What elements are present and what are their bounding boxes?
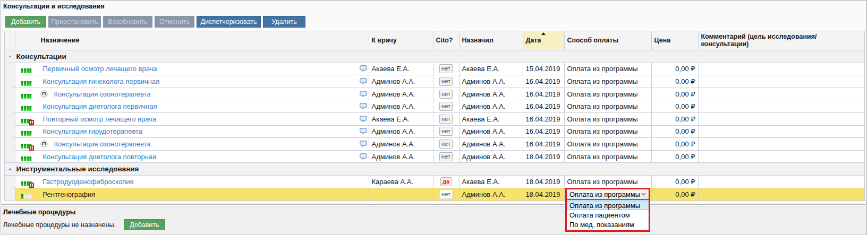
doctor-cell: Админов А.А. bbox=[369, 138, 433, 151]
payment-select[interactable]: Оплата из программы bbox=[567, 189, 649, 199]
payment-cell: Оплата из программы bbox=[564, 138, 651, 151]
group-row-1[interactable]: Консультации bbox=[4, 50, 864, 63]
payment-cell: Оплата из программы bbox=[564, 112, 651, 125]
date-cell: 18.04.2019 bbox=[523, 175, 564, 188]
appointment-name-link[interactable]: Повторный осмотр лечащего врача bbox=[43, 115, 157, 123]
price-cell: 0,00 ₽ bbox=[651, 125, 698, 138]
group-label: Инструментальные исследования bbox=[16, 165, 139, 173]
appointments-table: НазначениеК врачуCito?НазначилДатаСпособ… bbox=[4, 31, 865, 202]
appointment-row[interactable]: Консультация диетолога первичная Админов… bbox=[4, 100, 864, 113]
add-procedure-button[interactable]: Добавить bbox=[124, 219, 165, 230]
cito-badge: нет bbox=[439, 77, 453, 86]
payment-option-2[interactable]: Оплата пациентом bbox=[567, 210, 649, 220]
toolbar-button-3: Возобновить bbox=[103, 16, 152, 28]
comment-bubble[interactable] bbox=[360, 65, 367, 72]
payment-cell: Оплата из программы bbox=[564, 100, 651, 113]
column-header-2 bbox=[15, 31, 38, 50]
comment-cell bbox=[698, 63, 864, 75]
toolbar-button-5[interactable]: Диспетчеризовать bbox=[197, 16, 261, 28]
price-cell: 0,00 ₽ bbox=[651, 112, 698, 125]
toolbar: ДобавитьПриостановитьВозобновитьОтменить… bbox=[5, 16, 305, 28]
date-cell: 18.04.2019 bbox=[523, 150, 564, 163]
column-header-9[interactable]: Цена bbox=[651, 31, 698, 50]
comment-bubble-icon bbox=[360, 128, 367, 135]
comment-cell bbox=[698, 112, 864, 125]
status-bars-icon bbox=[21, 131, 32, 136]
appointment-row[interactable]: Первичный осмотр лечащего врача Акаева Е… bbox=[4, 63, 864, 75]
chevron-down-icon bbox=[641, 193, 646, 196]
appointment-row[interactable]: ГастродуоденофиброскопияКараева А.А.даАк… bbox=[4, 175, 864, 188]
payment-options-list: Оплата из программыОплата пациентомПо ме… bbox=[567, 202, 649, 230]
comment-cell bbox=[698, 188, 864, 201]
procedures-empty-text: Лечебные процедуры не назначены. bbox=[3, 221, 116, 229]
price-cell: 0,00 ₽ bbox=[651, 75, 698, 88]
toolbar-button-2: Приостановить bbox=[48, 16, 101, 28]
assigned-by-cell: Админов А.А. bbox=[459, 188, 523, 201]
comment-bubble[interactable] bbox=[360, 103, 367, 110]
appointment-row[interactable]: Консультация озонотерапевта Админов А.А.… bbox=[4, 88, 864, 100]
column-header-1 bbox=[4, 31, 15, 50]
toolbar-button-6[interactable]: Удалить bbox=[263, 16, 305, 28]
consultations-panel: Консультации и исследования ДобавитьПрио… bbox=[1, 0, 867, 205]
comment-bubble[interactable] bbox=[360, 91, 367, 98]
comment-bubble[interactable] bbox=[360, 128, 367, 135]
cito-badge: нет bbox=[439, 190, 453, 199]
column-header-4[interactable]: К врачу bbox=[369, 31, 433, 50]
comment-bubble[interactable] bbox=[360, 78, 367, 85]
appointment-row[interactable]: Консультация диетолога повторная Админов… bbox=[4, 150, 864, 163]
toolbar-button-1[interactable]: Добавить bbox=[5, 16, 46, 28]
appointment-row[interactable]: Консультация гинеколога первичная Админо… bbox=[4, 75, 864, 88]
comment-cell bbox=[698, 100, 864, 113]
column-header-6[interactable]: Назначил bbox=[459, 31, 523, 50]
appointment-name-link[interactable]: Консультация диетолога повторная bbox=[43, 153, 157, 161]
assigned-by-cell: Админов А.А. bbox=[459, 150, 523, 163]
date-cell: 16.04.2019 bbox=[523, 112, 564, 125]
column-header-5[interactable]: Cito? bbox=[433, 31, 459, 50]
appointment-name-link[interactable]: Гастродуоденофиброскопия bbox=[43, 178, 134, 186]
column-header-8[interactable]: Способ оплаты bbox=[564, 31, 651, 50]
toolbar-button-4: Отменить bbox=[155, 16, 194, 28]
appointment-name-link[interactable]: Консультация озонотерапевта bbox=[54, 90, 151, 98]
appointment-name-link[interactable]: Консультация гинеколога первичная bbox=[43, 77, 160, 85]
price-cell: 0,00 ₽ bbox=[651, 88, 698, 100]
assigned-by-cell: Админов А.А. bbox=[459, 75, 523, 88]
appointment-name-link[interactable]: Консультация гирудотерапевта bbox=[43, 127, 143, 135]
appointment-name-link[interactable]: Консультация озонотерапевта bbox=[54, 140, 151, 148]
assigned-by-cell: Акаева Е.А. bbox=[459, 112, 523, 125]
status-bars-icon bbox=[21, 94, 32, 99]
price-cell: 0,00 ₽ bbox=[651, 100, 698, 113]
appointment-row[interactable]: Консультация озонотерапевта Админов А.А.… bbox=[4, 138, 864, 151]
price-cell: 0,00 ₽ bbox=[651, 150, 698, 163]
doctor-cell: Админов А.А. bbox=[369, 75, 433, 88]
appointment-name-link[interactable]: Первичный осмотр лечащего врача bbox=[43, 65, 157, 73]
status-bars-icon bbox=[21, 68, 32, 73]
appointments-table-wrap: НазначениеК врачуCito?НазначилДатаСпособ… bbox=[4, 31, 865, 202]
consultations-panel-title: Консультации и исследования bbox=[3, 3, 105, 10]
appointment-name-link[interactable]: Консультация диетолога первичная bbox=[43, 102, 157, 110]
assigned-by-cell: Акаева Е.А. bbox=[459, 175, 523, 188]
appointment-row[interactable]: Консультация гирудотерапевта Админов А.А… bbox=[4, 125, 864, 138]
group-row-2[interactable]: Инструментальные исследования bbox=[4, 163, 864, 176]
cito-badge: нет bbox=[439, 102, 453, 111]
payment-option-1[interactable]: Оплата из программы bbox=[567, 202, 649, 210]
payment-option-3[interactable]: По мед. показаниям bbox=[567, 220, 649, 230]
payment-cell: Оплата из программы bbox=[564, 88, 651, 100]
date-cell: 16.04.2019 bbox=[523, 125, 564, 138]
cito-badge: нет bbox=[439, 115, 453, 124]
comment-bubble[interactable] bbox=[360, 153, 367, 160]
appointment-row[interactable]: РентгенографиянетАдминов А.А.18.04.20190… bbox=[4, 188, 864, 201]
column-header-3[interactable]: Назначение bbox=[38, 31, 369, 50]
status-bars-partial-icon bbox=[21, 194, 32, 199]
comment-bubble[interactable] bbox=[360, 141, 367, 147]
comment-bubble-icon bbox=[360, 141, 367, 147]
comment-bubble-icon bbox=[360, 103, 367, 110]
column-header-7[interactable]: Дата bbox=[523, 31, 564, 50]
appointment-row[interactable]: Повторный осмотр лечащего врача Акаева Е… bbox=[4, 112, 864, 125]
comment-cell bbox=[698, 150, 864, 163]
date-cell: 16.04.2019 bbox=[523, 100, 564, 113]
date-cell: 15.04.2019 bbox=[523, 63, 564, 75]
comment-bubble[interactable] bbox=[360, 116, 367, 123]
column-header-10[interactable]: Комментарий (цель исследования/​консульт… bbox=[698, 31, 864, 50]
cito-badge: да bbox=[440, 177, 452, 186]
payment-cell: Оплата из программы bbox=[564, 75, 651, 88]
